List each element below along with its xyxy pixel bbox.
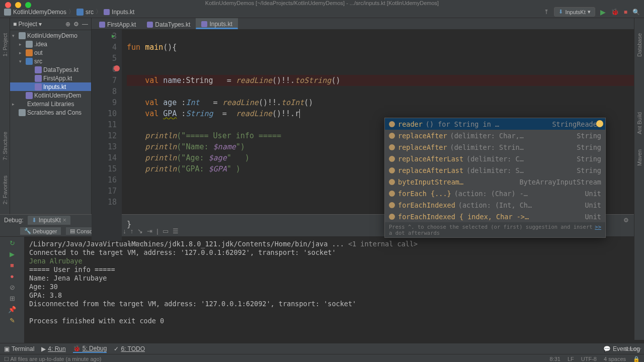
tree-node[interactable]: KotlinUdemyDem <box>10 91 91 100</box>
debug-label: Debug: <box>4 217 24 224</box>
pin-icon[interactable]: 📌 <box>8 305 16 313</box>
build-icon[interactable]: ⤒ <box>544 9 549 16</box>
folder-icon <box>76 9 84 16</box>
statusbar: ☐ All files are up-to-date (a minute ago… <box>0 354 644 362</box>
completion-item[interactable]: forEachIndexed(action: (Int, Ch…Unit <box>385 199 605 211</box>
collapse-icon[interactable]: ⊕ <box>65 21 70 28</box>
debug-tab[interactable]: 🐞 5: Debug <box>73 345 107 353</box>
tree-node[interactable]: ▾KotlinUdemyDemo <box>10 31 91 40</box>
run-gutter-icon[interactable]: ▶ <box>112 31 115 42</box>
editor-context: main() <box>92 241 644 247</box>
chevron-down-icon: ▾ <box>588 9 591 15</box>
minimize-icon[interactable] <box>15 2 21 8</box>
status-icon: ☐ <box>4 356 9 362</box>
layout-icon[interactable]: ⊞ <box>8 294 16 302</box>
breadcrumb-root[interactable]: KotlinUdemyDemos <box>13 9 66 16</box>
resume-icon[interactable]: ▶ <box>8 250 16 258</box>
autocomplete-popup[interactable]: reader() for String in …StringReaderrepl… <box>384 118 606 238</box>
folder-icon <box>4 9 11 16</box>
popup-hint-link[interactable]: >> <box>595 224 601 236</box>
debug-config-tab[interactable]: ⬇InputsKt× <box>28 216 70 225</box>
console-output[interactable]: /Library/Java/JavaVirtualMachines/jdk1.8… <box>24 237 644 343</box>
tree-node[interactable]: ▸.idea <box>10 40 91 48</box>
navbar: KotlinUdemyDemos 〉 src 〉 Inputs.kt ⤒ ⬇ I… <box>0 6 644 18</box>
popup-hint: Press ^. to choose the selected (or firs… <box>385 222 605 237</box>
run-config-name: InputsKt <box>565 9 585 15</box>
tree-node[interactable]: DataTypes.kt <box>10 65 91 74</box>
right-tool-stripe: Database Ant Build Maven <box>634 18 644 340</box>
breadcrumb[interactable]: KotlinUdemyDemos 〉 src 〉 Inputs.kt <box>4 8 134 16</box>
run-config-selector[interactable]: ⬇ InputsKt ▾ <box>554 7 595 17</box>
project-tree[interactable]: ▾KotlinUdemyDemo▸.idea▸out▾srcDataTypes.… <box>10 30 91 118</box>
completion-item[interactable]: byteInputStream…ByteArrayInputStream <box>385 176 605 188</box>
completion-item[interactable]: forEach {...} (action: (Char) -…Unit <box>385 188 605 199</box>
breadcrumb-file[interactable]: Inputs.kt <box>112 9 134 16</box>
search-icon[interactable]: 🔍 <box>632 9 640 16</box>
stripe-maven[interactable]: Maven <box>636 149 642 166</box>
status-message: All files are up-to-date (a minute ago) <box>10 356 101 362</box>
tree-node[interactable]: ▸External Libraries <box>10 100 91 108</box>
project-sidebar: ■ Project ▾ ⊕ ⚙ — ▾KotlinUdemyDemo▸.idea… <box>10 18 92 214</box>
editor: FirstApp.ktDataTypes.ktInputs.kt 3456789… <box>92 18 644 214</box>
line-separator[interactable]: LF <box>568 356 574 362</box>
intention-bulb-icon[interactable] <box>596 120 603 127</box>
bottom-tool-tabs: ▣ Terminal ▶ 4: Run 🐞 5: Debug ✓ 6: TODO… <box>0 343 644 354</box>
editor-tab[interactable]: FirstApp.kt <box>94 18 141 29</box>
debug-side-toolbar: ↻ ▶ ■ ● ⊘ ⊞ 📌 ✎ <box>0 237 24 343</box>
completion-item[interactable]: replaceAfterLast(delimiter: C…String <box>385 153 605 164</box>
debugger-tab[interactable]: 🔧Debugger <box>20 227 61 235</box>
terminal-tab[interactable]: ▣ Terminal <box>4 345 34 352</box>
stripe-favorites[interactable]: 2: Favorites <box>2 175 8 204</box>
close-icon[interactable] <box>5 2 11 8</box>
gear-icon[interactable]: ⚙ <box>73 21 79 28</box>
stripe-project[interactable]: 1: Project <box>2 33 8 56</box>
watermark: ûdemy <box>624 346 641 352</box>
lock-icon[interactable]: 🔒 <box>633 356 640 362</box>
completion-item[interactable]: replaceAfter(delimiter: Strin…String <box>385 141 605 153</box>
left-tool-stripe: 1: Project 7: Structure 2: Favorites <box>0 18 10 214</box>
stripe-database[interactable]: Database <box>636 33 642 57</box>
run-icon[interactable]: ▶ <box>600 8 606 16</box>
editor-tab[interactable]: Inputs.kt <box>196 18 237 29</box>
hide-icon[interactable]: — <box>82 21 88 28</box>
titlebar: KotlinUdemyDemos [~/IdeaProjects/KotlinU… <box>0 0 644 6</box>
settings-icon[interactable]: ✎ <box>8 316 16 324</box>
completion-item[interactable]: forEachIndexed { index, Char ->…Unit <box>385 211 605 222</box>
debug-icon[interactable]: 🐞 <box>611 8 619 16</box>
tree-node[interactable]: FirstApp.kt <box>10 74 91 82</box>
tree-node[interactable]: Inputs.kt <box>10 82 91 91</box>
stop-icon[interactable]: ■ <box>8 261 16 269</box>
run-tab[interactable]: ▶ 4: Run <box>41 345 65 352</box>
tree-node[interactable]: Scratches and Cons <box>10 108 91 117</box>
kotlin-icon <box>104 9 110 15</box>
maximize-icon[interactable] <box>25 2 31 8</box>
chevron-icon: 〉 <box>68 8 74 16</box>
tree-node[interactable]: ▸out <box>10 48 91 57</box>
window-title: KotlinUdemyDemos [~/IdeaProjects/KotlinU… <box>205 0 439 6</box>
breadcrumb-dir[interactable]: src <box>86 9 94 16</box>
tree-node[interactable]: ▾src <box>10 57 91 65</box>
stripe-ant[interactable]: Ant Build <box>636 112 642 134</box>
close-icon[interactable]: × <box>63 217 66 224</box>
caret-position[interactable]: 8:31 <box>550 356 560 362</box>
breakpoint-icon[interactable] <box>114 65 120 71</box>
breakpoints-icon[interactable]: ● <box>8 272 16 280</box>
completion-item[interactable]: replaceAfter(delimiter: Char,…String <box>385 130 605 141</box>
sidebar-title: ■ Project ▾ <box>13 21 42 28</box>
rerun-icon[interactable]: ↻ <box>8 239 16 247</box>
completion-item[interactable]: reader() for String in …StringReader <box>385 118 605 130</box>
todo-tab[interactable]: ✓ 6: TODO <box>114 345 145 352</box>
encoding[interactable]: UTF-8 <box>581 356 597 362</box>
editor-tabs: FirstApp.ktDataTypes.ktInputs.kt <box>92 18 644 30</box>
stop-icon[interactable]: ■ <box>624 9 627 16</box>
window-controls[interactable] <box>5 2 31 8</box>
chevron-icon: 〉 <box>96 8 102 16</box>
completion-item[interactable]: replaceAfterLast(delimiter: S…String <box>385 164 605 176</box>
editor-tab[interactable]: DataTypes.kt <box>141 18 196 29</box>
mute-icon[interactable]: ⊘ <box>8 283 16 291</box>
indent[interactable]: 4 spaces <box>604 356 626 362</box>
gutter[interactable]: 3456789101112131415161718▶ <box>92 30 122 241</box>
stripe-structure[interactable]: 7: Structure <box>2 132 8 160</box>
